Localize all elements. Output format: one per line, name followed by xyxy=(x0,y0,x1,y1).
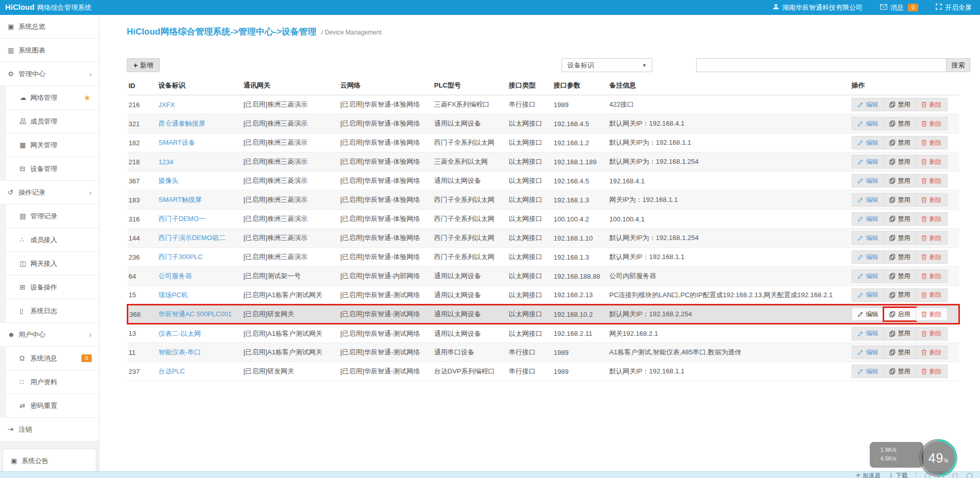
edit-button[interactable]: 编辑 xyxy=(852,231,884,245)
toggle-button[interactable]: 禁用 xyxy=(884,117,916,130)
sidebar-item-system-logs[interactable]: ▯系统日志 xyxy=(6,299,99,323)
delete-button[interactable]: 删除 xyxy=(916,231,948,245)
edit-button[interactable]: 编辑 xyxy=(852,365,884,378)
delete-button[interactable]: 删除 xyxy=(916,365,948,378)
delete-button[interactable]: 删除 xyxy=(916,346,948,359)
table-row[interactable]: 367 摄像头 [已启用]株洲三菱演示 [已启用]华辰智通-体验网络 通用以太网… xyxy=(128,172,959,191)
table-row[interactable]: 182 SMART设备 [已启用]株洲三菱演示 [已启用]华辰智通-体验网络 西… xyxy=(128,133,959,152)
toggle-button[interactable]: 禁用 xyxy=(884,212,916,226)
table-row[interactable]: 15 现场PC机 [已启用]A1栋客户测试网关 [已启用]华辰智通-测试网络 通… xyxy=(128,286,959,305)
table-row[interactable]: 321 昆仑通泰触摸屏 [已启用]株洲三菱演示 [已启用]华辰智通-体验网络 通… xyxy=(128,114,959,133)
device-link[interactable]: 西门子300PLC xyxy=(159,253,203,261)
sidebar-item-device-mgmt[interactable]: ⊟设备管理 xyxy=(6,157,99,181)
edit-button[interactable]: 编辑 xyxy=(852,155,884,168)
delete-button[interactable]: 删除 xyxy=(916,155,948,168)
edit-button[interactable]: 编辑 xyxy=(852,269,884,283)
table-row[interactable]: 236 西门子300PLC [已启用]株洲三菱演示 [已启用]华辰智通-体验网络… xyxy=(128,248,959,267)
sidebar-item-admin-center[interactable]: ⚙管理中心› xyxy=(0,62,99,86)
delete-button[interactable]: 删除 xyxy=(916,269,948,283)
toggle-button[interactable]: 启用 xyxy=(884,308,916,321)
table-row[interactable]: 368 华辰智通AC 500PLC001 [已启用]研发网关 [已启用]华辰智通… xyxy=(128,305,959,324)
device-link[interactable]: 西门子DEMO一 xyxy=(159,215,206,223)
table-row[interactable]: 218 1234 [已启用]株洲三菱演示 [已启用]华辰智通-体验网络 三菱全系… xyxy=(128,152,959,172)
delete-button[interactable]: 删除 xyxy=(916,288,948,302)
delete-button[interactable]: 删除 xyxy=(916,117,948,130)
edit-button[interactable]: 编辑 xyxy=(852,174,884,187)
sidebar-item-network-mgmt[interactable]: ☁网络管理★ xyxy=(6,86,99,110)
table-row[interactable]: 237 台达PLC [已启用]研发网关 [已启用]华辰智通-测试网络 台达DVP… xyxy=(128,362,959,381)
sidebar-item-op-records[interactable]: ↺操作记录› xyxy=(0,181,99,204)
speed-monitor-overlay[interactable]: ↑ 1.9K/s ↓ 4.5K/s 49 % xyxy=(870,438,958,478)
edit-button[interactable]: 编辑 xyxy=(852,346,884,359)
edit-button[interactable]: 编辑 xyxy=(852,212,884,226)
edit-button[interactable]: 编辑 xyxy=(852,136,884,149)
device-link[interactable]: JXFX xyxy=(159,101,175,109)
device-link[interactable]: 仪表二-以太网 xyxy=(159,330,201,337)
favorite-star-icon[interactable]: ★ xyxy=(84,93,93,103)
messages-link[interactable]: 消息 0 xyxy=(880,3,918,12)
toggle-button[interactable]: 禁用 xyxy=(884,327,916,340)
delete-button[interactable]: 删除 xyxy=(916,212,948,226)
filter-field-select[interactable]: 设备标识 ▼ xyxy=(562,58,652,72)
edit-button[interactable]: 编辑 xyxy=(852,308,884,321)
progress-circle[interactable]: 49 % xyxy=(918,438,958,478)
sidebar-item-charts[interactable]: ▥系统图表 xyxy=(0,39,99,62)
edit-button[interactable]: 编辑 xyxy=(852,117,884,130)
sidebar-item-admin-records[interactable]: ▤管理记录 xyxy=(6,204,99,228)
toggle-button[interactable]: 禁用 xyxy=(884,136,916,149)
device-link[interactable]: 公司服务器 xyxy=(159,272,192,280)
sidebar-item-overview[interactable]: ▣系统总览 xyxy=(0,15,99,39)
toggle-button[interactable]: 禁用 xyxy=(884,155,916,168)
device-link[interactable]: 华辰智通AC 500PLC001 xyxy=(159,310,232,318)
device-link[interactable]: 摄像头 xyxy=(159,177,179,184)
device-link[interactable]: 智能仪表-串口 xyxy=(159,348,201,356)
sidebar-item-device-ops[interactable]: ⊞设备操作 xyxy=(6,276,99,299)
toggle-button[interactable]: 禁用 xyxy=(884,365,916,378)
toggle-button[interactable]: 禁用 xyxy=(884,269,916,283)
table-row[interactable]: 13 仪表二-以太网 [已启用]A1栋客户测试网关 [已启用]华辰智通-测试网络… xyxy=(128,324,959,343)
delete-button[interactable]: 删除 xyxy=(916,250,948,264)
table-row[interactable]: 11 智能仪表-串口 [已启用]A1栋客户测试网关 [已启用]华辰智通-测试网络… xyxy=(128,343,959,362)
device-link[interactable]: SMART触摸屏 xyxy=(159,196,202,203)
search-input[interactable] xyxy=(696,58,946,72)
add-device-button[interactable]: + 新增 xyxy=(127,58,160,72)
clock-icon[interactable]: ◯ xyxy=(966,472,973,478)
edit-button[interactable]: 编辑 xyxy=(852,288,884,302)
delete-button[interactable]: 删除 xyxy=(916,136,948,149)
device-link[interactable]: 1234 xyxy=(159,158,174,166)
toggle-button[interactable]: 禁用 xyxy=(884,231,916,245)
table-row[interactable]: 183 SMART触摸屏 [已启用]株洲三菱演示 [已启用]华辰智通-体验网络 … xyxy=(128,191,959,210)
delete-button[interactable]: 删除 xyxy=(916,193,948,207)
sidebar-item-logout[interactable]: ⇥注销 xyxy=(0,418,99,441)
sidebar-item-system-notice[interactable]: ▣系统公告 xyxy=(3,449,96,472)
sidebar-item-gateway-access[interactable]: ◫网关接入 xyxy=(6,252,99,276)
fullscreen-button[interactable]: 开启全屏 xyxy=(936,3,972,12)
delete-button[interactable]: 删除 xyxy=(916,174,948,187)
device-link[interactable]: 昆仑通泰触摸屏 xyxy=(159,120,206,127)
device-link[interactable]: SMART设备 xyxy=(159,139,195,146)
edit-button[interactable]: 编辑 xyxy=(852,250,884,264)
sidebar-item-password-reset[interactable]: ⇄密码重置 xyxy=(6,394,99,418)
device-link[interactable]: 西门子演示DEMO箱二 xyxy=(159,234,226,242)
toggle-button[interactable]: 禁用 xyxy=(884,98,916,111)
search-button[interactable]: 搜索 xyxy=(946,58,970,72)
delete-button[interactable]: 删除 xyxy=(916,98,948,111)
edit-button[interactable]: 编辑 xyxy=(852,98,884,111)
sidebar-item-gateway-mgmt[interactable]: ▦网关管理 xyxy=(6,133,99,157)
table-row[interactable]: 64 公司服务器 [已启用]测试架一号 [已启用]华辰智通-内部网络 通用以太网… xyxy=(128,267,959,286)
edit-button[interactable]: 编辑 xyxy=(852,193,884,207)
toggle-button[interactable]: 禁用 xyxy=(884,250,916,264)
sidebar-item-system-messages[interactable]: Ω系统消息0 xyxy=(6,347,99,370)
toggle-button[interactable]: 禁用 xyxy=(884,193,916,207)
device-link[interactable]: 现场PC机 xyxy=(159,291,188,299)
sidebar-item-member-access[interactable]: ∴成员接入 xyxy=(6,228,99,252)
delete-button[interactable]: 删除 xyxy=(916,327,948,340)
device-link[interactable]: 台达PLC xyxy=(159,367,185,375)
edit-button[interactable]: 编辑 xyxy=(852,327,884,340)
table-row[interactable]: 216 JXFX [已启用]株洲三菱演示 [已启用]华辰智通-体验网络 三菱FX… xyxy=(128,95,959,114)
sidebar-item-user-profile[interactable]: ∷用户资料 xyxy=(6,370,99,394)
table-row[interactable]: 144 西门子演示DEMO箱二 [已启用]株洲三菱演示 [已启用]华辰智通-体验… xyxy=(128,229,959,248)
sidebar-item-member-mgmt[interactable]: 品成员管理 xyxy=(6,110,99,133)
sidebar-item-user-center[interactable]: ☻用户中心› xyxy=(0,323,99,347)
table-row[interactable]: 316 西门子DEMO一 [已启用]株洲三菱演示 [已启用]华辰智通-体验网络 … xyxy=(128,210,959,229)
